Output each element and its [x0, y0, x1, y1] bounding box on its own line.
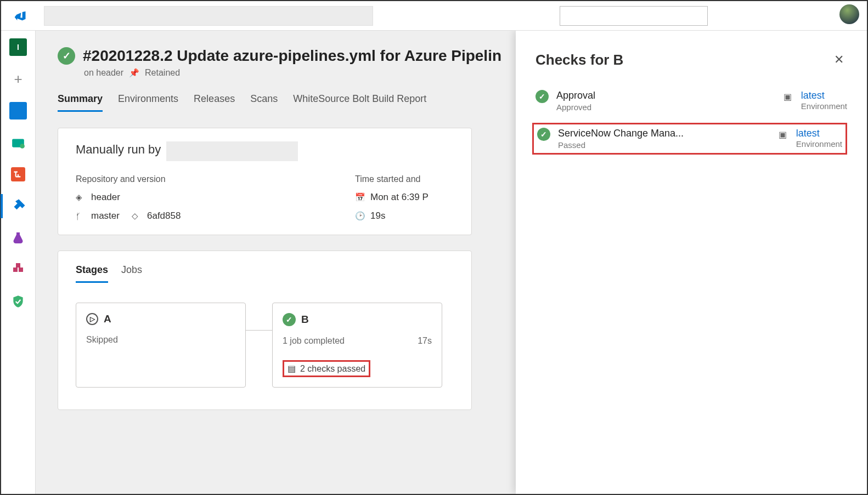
retained-label: Retained [145, 68, 180, 78]
time-label: Time started and [355, 174, 454, 184]
repo-label: Repository and version [76, 174, 311, 184]
check-1-env-label: Environment [801, 101, 847, 111]
sub-tab-jobs[interactable]: Jobs [121, 264, 142, 283]
tab-whitesource[interactable]: WhiteSource Bolt Build Report [293, 93, 426, 112]
tab-scans[interactable]: Scans [250, 93, 278, 112]
stage-a[interactable]: ▷ A Skipped [76, 303, 246, 388]
repo-name[interactable]: header [91, 192, 120, 203]
commit-hash[interactable]: 6afd858 [147, 210, 181, 221]
page-title: #20201228.2 Update azure-pipelines.yml f… [83, 47, 501, 65]
run-info-card: Manually run by Repository and version ◈… [58, 128, 472, 235]
check-success-icon: ✓ [536, 90, 549, 103]
panel-title: Checks for B [536, 52, 623, 69]
stage-connector [246, 330, 272, 331]
sub-tab-stages[interactable]: Stages [76, 264, 108, 283]
nav-pipelines1[interactable] [9, 166, 27, 183]
checks-panel: Checks for B ✕ ✓ Approval Approved ▣ [516, 31, 867, 494]
topbar-control[interactable] [560, 6, 708, 26]
nav-artifacts[interactable] [9, 261, 27, 278]
avatar[interactable] [839, 4, 859, 24]
tab-environments[interactable]: Environments [118, 93, 178, 112]
branch-icon: ᚶ [76, 212, 86, 221]
checks-passed-link[interactable]: ▤ 2 checks passed [283, 360, 370, 377]
nav-boards[interactable] [9, 102, 27, 120]
calendar-icon: 📅 [355, 192, 365, 202]
nav-test[interactable] [9, 229, 27, 247]
stages-card: Stages Jobs ▷ A Skipped [58, 251, 472, 410]
commit-icon: ◇ [132, 211, 142, 221]
clock-icon: 🕑 [355, 211, 365, 221]
nav-repos[interactable] [9, 134, 27, 151]
stage-a-status: Skipped [86, 335, 118, 345]
stage-b-duration: 17s [418, 336, 432, 346]
checks-text: 2 checks passed [300, 364, 365, 374]
nav-pipelines2[interactable] [9, 197, 27, 215]
check-success-icon: ✓ [537, 128, 550, 141]
stage-a-name: A [104, 313, 111, 325]
run-heading: Manually run by [76, 143, 161, 157]
time-value: Mon at 6:39 P [370, 192, 429, 203]
environment-icon: ▣ [784, 92, 794, 103]
check-1-name: Approval [556, 90, 595, 101]
side-nav: I + [1, 31, 36, 494]
svg-rect-4 [19, 268, 23, 272]
check-2-status: Passed [558, 140, 684, 150]
branch-name[interactable]: master [91, 210, 120, 221]
svg-point-1 [20, 144, 25, 149]
check-1-status: Approved [556, 103, 595, 112]
tab-releases[interactable]: Releases [194, 93, 235, 112]
svg-rect-3 [13, 268, 18, 272]
checklist-icon: ▤ [288, 363, 296, 374]
repo-icon: ◈ [76, 192, 86, 202]
stage-b-name: B [301, 314, 309, 326]
svg-rect-5 [16, 263, 20, 268]
nav-compliance[interactable] [9, 293, 27, 310]
nav-overview[interactable]: I [9, 38, 27, 56]
stage-b-jobs: 1 job completed [283, 336, 345, 346]
branch-meta: on header [84, 68, 123, 78]
check-2-name: ServiceNow Change Mana... [558, 128, 684, 139]
redacted-user [166, 141, 298, 161]
search-input[interactable] [44, 6, 373, 26]
stage-b[interactable]: ✓ B 1 job completed 17s ▤ 2 checks passe… [272, 303, 442, 388]
environment-icon: ▣ [779, 129, 790, 140]
check-2-env-link[interactable]: latest [796, 128, 842, 139]
close-icon[interactable]: ✕ [831, 49, 847, 70]
status-success-icon: ✓ [58, 47, 75, 65]
tab-summary[interactable]: Summary [58, 93, 103, 112]
nav-add[interactable]: + [9, 70, 27, 88]
skip-icon: ▷ [86, 313, 98, 325]
check-2-env-label: Environment [796, 139, 842, 149]
duration-value: 19s [370, 210, 385, 221]
pin-icon: 📌 [129, 68, 139, 78]
check-1-env-link[interactable]: latest [801, 90, 847, 101]
success-icon: ✓ [283, 313, 296, 326]
azure-devops-logo[interactable] [7, 3, 33, 29]
